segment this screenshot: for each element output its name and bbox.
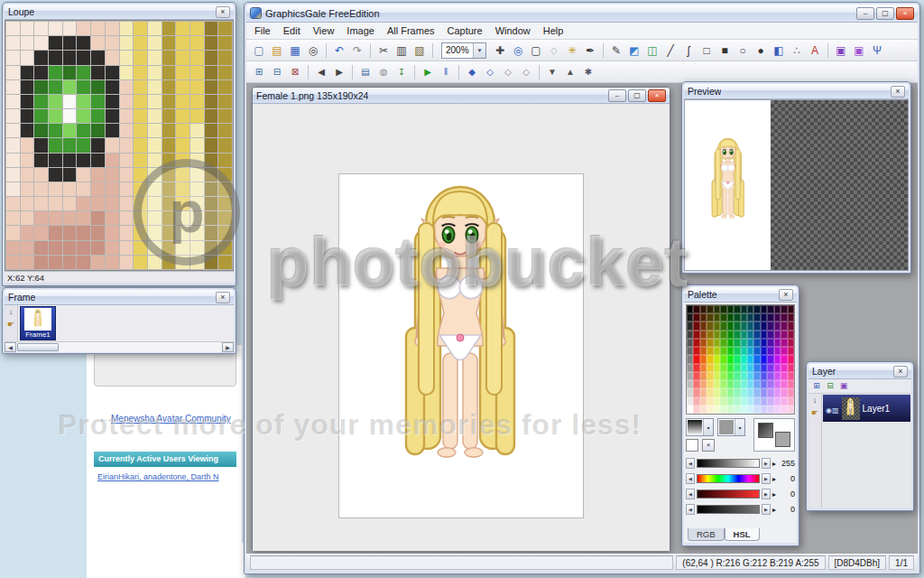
palette-color-swatch[interactable]: [747, 380, 753, 388]
layer-visibility-toggle[interactable]: ◉: [826, 406, 832, 415]
palette-color-swatch[interactable]: [741, 322, 747, 330]
palette-color-swatch[interactable]: [747, 406, 753, 414]
zoom-dropdown-arrow[interactable]: ▾: [473, 43, 485, 58]
palette-color-swatch[interactable]: [753, 331, 760, 339]
palette-color-swatch[interactable]: [707, 305, 713, 313]
palette-color-swatch[interactable]: [727, 339, 734, 347]
palette-color-swatch[interactable]: [693, 388, 699, 396]
palette-color-swatch[interactable]: [761, 380, 767, 388]
palette-color-swatch[interactable]: [753, 347, 760, 355]
palette-color-swatch[interactable]: [774, 322, 781, 330]
palette-color-swatch[interactable]: [767, 347, 773, 355]
palette-color-swatch[interactable]: [700, 355, 707, 363]
palette-color-swatch[interactable]: [781, 406, 787, 414]
palette-color-swatch[interactable]: [727, 322, 734, 330]
palette-color-swatch[interactable]: [761, 339, 767, 347]
doc-minimize-button[interactable]: –: [608, 89, 626, 102]
palette-color-swatch[interactable]: [727, 364, 734, 372]
palette-color-swatch[interactable]: [687, 364, 693, 372]
doc-close-button[interactable]: ×: [648, 89, 666, 102]
palette-color-swatch[interactable]: [693, 331, 699, 339]
palette-color-swatch[interactable]: [700, 339, 707, 347]
palette-color-swatch[interactable]: [788, 380, 794, 388]
palette-color-swatch[interactable]: [714, 406, 720, 414]
palette-color-swatch[interactable]: [693, 355, 699, 363]
palette-color-swatch[interactable]: [753, 364, 760, 372]
palette-color-swatch[interactable]: [700, 380, 707, 388]
palette-color-swatch[interactable]: [761, 355, 767, 363]
copy-button[interactable]: ▥: [393, 42, 411, 60]
palette-color-swatch[interactable]: [774, 364, 781, 372]
palette-color-swatch[interactable]: [781, 364, 787, 372]
palette-color-swatch[interactable]: [727, 380, 734, 388]
layer-properties-button[interactable]: ▣: [837, 380, 850, 393]
palette-color-swatch[interactable]: [781, 305, 787, 313]
scroll-right-button[interactable]: ▶: [222, 342, 234, 352]
redo-button[interactable]: ↷: [348, 42, 366, 60]
palette-color-swatch[interactable]: [788, 313, 794, 322]
palette-color-swatch[interactable]: [747, 347, 753, 355]
zoom-combo[interactable]: 200% ▾: [441, 42, 486, 59]
palette-color-swatch[interactable]: [700, 322, 707, 330]
palette-color-swatch[interactable]: [767, 380, 773, 388]
palette-color-swatch[interactable]: [707, 355, 713, 363]
palette-color-swatch[interactable]: [788, 364, 794, 372]
palette-color-swatch[interactable]: [781, 372, 787, 380]
move-down-icon[interactable]: ↓: [5, 306, 17, 318]
palette-color-swatch[interactable]: [761, 313, 767, 322]
palette-color-swatch[interactable]: [741, 305, 747, 313]
move-down-icon[interactable]: ↓: [809, 395, 821, 406]
prev-keyframe-button[interactable]: ◆: [463, 63, 481, 81]
palette-color-swatch[interactable]: [747, 364, 753, 372]
palette-color-swatch[interactable]: [747, 388, 753, 396]
zoom-tool[interactable]: ◎: [509, 42, 527, 60]
palette-color-swatch[interactable]: [693, 339, 699, 347]
next-keyframe-button[interactable]: ◇: [481, 63, 499, 81]
menu-capture[interactable]: Capture: [441, 23, 489, 38]
palette-color-swatch[interactable]: [707, 406, 713, 414]
text-tool[interactable]: A: [806, 42, 824, 60]
pen-tool[interactable]: ✎: [607, 42, 625, 60]
palette-color-swatch[interactable]: [747, 313, 753, 322]
palette-color-swatch[interactable]: [734, 364, 740, 372]
palette-color-swatch[interactable]: [720, 355, 726, 363]
delete-frame-button[interactable]: ⊠: [286, 63, 304, 81]
palette-color-swatch[interactable]: [767, 322, 773, 330]
palette-color-swatch[interactable]: [687, 347, 693, 355]
palette-color-swatch[interactable]: [727, 305, 734, 313]
palette-color-swatch[interactable]: [761, 322, 767, 330]
hue-slider-right-button[interactable]: ▶: [762, 473, 771, 484]
palette-color-swatch[interactable]: [687, 355, 693, 363]
airbrush-tool[interactable]: ∴: [788, 42, 806, 60]
scroll-thumb[interactable]: [17, 343, 59, 351]
palette-color-swatch[interactable]: [767, 372, 773, 380]
palette-color-swatch[interactable]: [774, 347, 781, 355]
palette-color-swatch[interactable]: [747, 305, 753, 313]
background-color[interactable]: [775, 432, 790, 447]
palette-color-swatch[interactable]: [734, 372, 740, 380]
tab-hsl[interactable]: HSL: [725, 528, 760, 541]
background-swatch-dropdown[interactable]: ▾: [717, 418, 745, 436]
palette-color-swatch[interactable]: [741, 313, 747, 322]
palette-color-swatch[interactable]: [741, 380, 747, 388]
onion-skin-button[interactable]: ◍: [374, 63, 393, 81]
palette-color-swatch[interactable]: [687, 388, 693, 396]
menu-all-frames[interactable]: All Frames: [381, 23, 441, 38]
mic-button[interactable]: Ψ: [868, 42, 886, 60]
saturation-slider-track[interactable]: [697, 489, 760, 499]
frame-titlebar[interactable]: Frame ×: [5, 290, 234, 305]
loupe-grid[interactable]: [5, 20, 234, 271]
palette-color-swatch[interactable]: [747, 331, 753, 339]
menu-image[interactable]: Image: [340, 23, 381, 38]
palette-color-swatch[interactable]: [727, 313, 734, 322]
palette-color-swatch[interactable]: [700, 305, 707, 313]
palette-color-swatch[interactable]: [700, 347, 707, 355]
alpha-slider-right-button[interactable]: ▶: [762, 458, 771, 469]
play-button[interactable]: ▶: [419, 63, 437, 81]
palette-color-swatch[interactable]: [720, 347, 726, 355]
palette-color-swatch[interactable]: [707, 364, 713, 372]
undo-button[interactable]: ↶: [330, 42, 348, 60]
palette-color-swatch[interactable]: [687, 406, 693, 414]
palette-color-swatch[interactable]: [700, 313, 707, 322]
palette-color-swatch[interactable]: [781, 313, 787, 322]
